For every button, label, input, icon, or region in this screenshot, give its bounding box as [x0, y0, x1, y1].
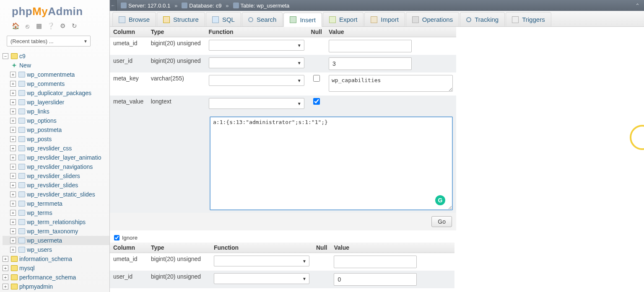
expand-icon[interactable] — [10, 210, 16, 216]
expand-icon[interactable] — [10, 99, 16, 105]
expand-icon[interactable] — [10, 219, 16, 225]
value-input[interactable] — [329, 40, 412, 52]
insert-row-user_id: user_idbigint(20) unsigned▼ — [110, 271, 454, 288]
home-icon[interactable]: 🏠 — [12, 22, 19, 30]
null-checkbox[interactable] — [313, 75, 320, 82]
expand-icon[interactable] — [10, 238, 16, 243]
tab-operations[interactable]: Operations — [406, 12, 459, 26]
tree-table-wp_duplicator_packages[interactable]: wp_duplicator_packages — [3, 88, 109, 98]
ignore-row: Ignore — [110, 230, 644, 243]
tree-table-wp_commentmeta[interactable]: wp_commentmeta — [3, 70, 109, 79]
breadcrumb-database[interactable]: Database: c9 — [182, 3, 221, 9]
tab-import[interactable]: Import — [364, 12, 405, 26]
expand-icon[interactable] — [10, 90, 16, 96]
tree-table-wp_comments[interactable]: wp_comments — [3, 79, 109, 88]
tree-table-wp_options[interactable]: wp_options — [3, 116, 109, 125]
docs-icon[interactable]: ❔ — [47, 22, 55, 30]
expand-icon[interactable] — [10, 109, 16, 114]
reload-icon[interactable]: ↻ — [70, 22, 78, 30]
expand-icon[interactable] — [10, 164, 16, 170]
tree-table-wp_term_taxonomy[interactable]: wp_term_taxonomy — [3, 227, 109, 236]
tree-db-c9[interactable]: c9 — [3, 52, 109, 61]
tree-db-phpmyadmin[interactable]: phpmyadmin — [3, 282, 109, 291]
expand-icon[interactable] — [10, 191, 16, 197]
tree-table-wp_terms[interactable]: wp_terms — [3, 208, 109, 217]
th-null: Null — [308, 27, 325, 37]
value-input[interactable] — [334, 273, 417, 286]
tree-db-performance_schema[interactable]: performance_schema — [3, 273, 109, 282]
tree-db-mysql[interactable]: mysql — [3, 264, 109, 273]
tree-table-wp_revslider_sliders[interactable]: wp_revslider_sliders — [3, 171, 109, 181]
tab-browse[interactable]: Browse — [112, 12, 156, 26]
value-textarea[interactable] — [329, 75, 453, 92]
sql-icon[interactable]: ▦ — [35, 22, 43, 30]
tree-table-wp_revslider_slides[interactable]: wp_revslider_slides — [3, 181, 109, 190]
expand-icon[interactable] — [10, 136, 16, 142]
ignore-checkbox[interactable] — [114, 235, 119, 240]
expand-icon[interactable] — [10, 201, 16, 207]
col-type: varchar(255) — [148, 72, 205, 96]
expand-icon[interactable] — [10, 228, 16, 234]
tab-sql[interactable]: SQL — [206, 12, 241, 26]
go-button[interactable]: Go — [431, 216, 452, 227]
tree-table-wp_posts[interactable]: wp_posts — [3, 134, 109, 144]
value-input[interactable] — [334, 256, 417, 268]
hide-breadcrumb-button[interactable]: ⌃ — [634, 2, 641, 9]
insert-row-meta_value: meta_valuelongtext▼ — [110, 96, 456, 111]
tab-insert[interactable]: Insert — [283, 13, 322, 27]
expand-icon[interactable] — [3, 274, 8, 280]
tab-export[interactable]: Export — [323, 12, 364, 26]
function-select[interactable]: ▼ — [209, 75, 304, 86]
breadcrumb-server[interactable]: Server: 127.0.0.1 — [121, 3, 170, 9]
tree-table-wp_users[interactable]: wp_users — [3, 245, 109, 254]
tree-table-wp_links[interactable]: wp_links — [3, 107, 109, 116]
expand-icon[interactable] — [10, 81, 16, 87]
tree-new[interactable]: ✦ New — [3, 61, 109, 70]
value-input[interactable] — [329, 57, 412, 70]
function-select[interactable]: ▼ — [209, 57, 304, 68]
settings-icon[interactable]: ⚙ — [59, 22, 66, 30]
value-textarea-large[interactable] — [210, 116, 453, 210]
table-icon — [18, 228, 25, 234]
expand-icon[interactable] — [10, 182, 16, 188]
tree-table-wp_usermeta[interactable]: wp_usermeta — [3, 236, 109, 245]
expand-icon[interactable] — [10, 247, 16, 253]
logout-icon[interactable]: ⎋ — [23, 22, 31, 30]
expand-icon[interactable] — [10, 118, 16, 124]
tab-structure[interactable]: Structure — [157, 12, 205, 26]
expand-icon[interactable] — [10, 72, 16, 78]
expand-icon[interactable] — [10, 173, 16, 179]
expand-icon[interactable] — [3, 265, 8, 271]
table-icon — [18, 173, 25, 179]
expand-icon[interactable] — [10, 127, 16, 133]
recent-tables-select[interactable]: (Recent tables) ... ▼ — [7, 36, 91, 47]
tree-table-wp_termmeta[interactable]: wp_termmeta — [3, 199, 109, 208]
collapse-icon[interactable] — [3, 53, 8, 59]
function-select[interactable]: ▼ — [214, 256, 309, 266]
breadcrumb-table[interactable]: Table: wp_usermeta — [233, 3, 290, 9]
tree-table-wp_term_relationships[interactable]: wp_term_relationships — [3, 217, 109, 227]
tab-search[interactable]: Search — [242, 12, 283, 26]
collapse-sidebar-button[interactable]: ← — [110, 0, 117, 11]
tree-table-wp_revslider_static_slides[interactable]: wp_revslider_static_slides — [3, 190, 109, 199]
tree-table-wp_revslider_css[interactable]: wp_revslider_css — [3, 144, 109, 153]
tree-db-information_schema[interactable]: information_schema — [3, 254, 109, 264]
function-select[interactable]: ▼ — [214, 273, 309, 284]
expand-icon[interactable] — [3, 284, 8, 289]
tree-table-wp_revslider_layer_animatio[interactable]: wp_revslider_layer_animatio — [3, 153, 109, 162]
tab-tracking[interactable]: Tracking — [460, 12, 505, 26]
ignore-label[interactable]: Ignore — [122, 235, 138, 241]
function-select[interactable]: ▼ — [209, 98, 304, 109]
tree-table-wp_revslider_navigations[interactable]: wp_revslider_navigations — [3, 162, 109, 171]
expand-icon[interactable] — [3, 256, 8, 262]
expand-icon[interactable] — [10, 155, 16, 160]
col-type: bigint(20) unsigned — [148, 253, 210, 271]
tree-table-wp_layerslider[interactable]: wp_layerslider — [3, 98, 109, 107]
function-select[interactable]: ▼ — [209, 40, 304, 51]
tab-triggers[interactable]: Triggers — [506, 12, 551, 26]
tree-table-wp_postmeta[interactable]: wp_postmeta — [3, 125, 109, 134]
expand-icon[interactable] — [10, 145, 16, 151]
main-tabs: BrowseStructureSQLSearchInsertExportImpo… — [110, 11, 644, 27]
null-checkbox[interactable] — [313, 98, 320, 105]
sidebar: phpMyAdmin 🏠 ⎋ ▦ ❔ ⚙ ↻ (Recent tables) .… — [0, 0, 110, 292]
